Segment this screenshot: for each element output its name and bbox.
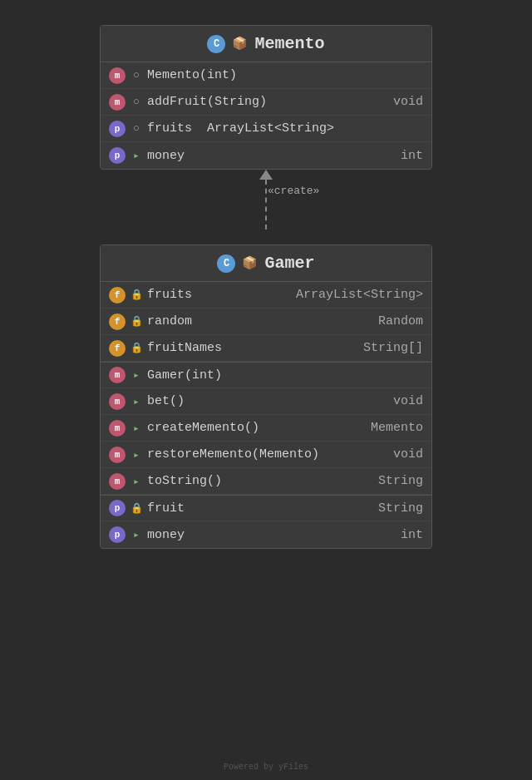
vis-lock-g0: 🔒	[131, 502, 142, 515]
gamer-method-type-4: String	[378, 474, 423, 488]
vis-circle-0: ○	[131, 69, 142, 81]
gamer-method-name-2: createMemento()	[147, 421, 259, 435]
member-name-1: addFruit(String)	[147, 95, 267, 109]
gamer-field-name-2: fruitNames	[147, 341, 222, 355]
badge-m-g3: m	[109, 447, 126, 463]
member-name-3: money	[147, 149, 185, 163]
vis-lock-2: 🔒	[131, 342, 142, 354]
badge-p-g0: p	[109, 500, 126, 516]
memento-member-1: m ○ addFruit(String) void	[101, 89, 431, 116]
arrow-head	[259, 170, 273, 180]
memento-member-2: p ○ fruits ArrayList<String>	[101, 116, 431, 142]
gamer-method-3: m ▸ restoreMemento(Memento) void	[101, 442, 431, 468]
gamer-method-type-3: void	[393, 447, 423, 462]
badge-m-g1: m	[109, 393, 126, 410]
gamer-method-name-4: toString()	[147, 474, 222, 488]
vis-green-0: ▸	[131, 149, 142, 162]
vis-green-g0: ▸	[131, 368, 142, 382]
gamer-field-name-0: fruits	[147, 288, 192, 302]
vis-lock-0: 🔒	[131, 289, 142, 301]
member-type-1: void	[393, 95, 423, 109]
vis-green-g5: ▸	[131, 528, 142, 541]
gamer-field-type-0: ArrayList<String>	[296, 288, 423, 302]
gamer-class-name: Gamer	[264, 254, 314, 273]
gamer-extra-field-1: p ▸ money int	[101, 521, 431, 548]
member-name-2: fruits ArrayList<String>	[147, 121, 334, 136]
gamer-field-0: f 🔒 fruits ArrayList<String>	[101, 282, 431, 309]
memento-member-0: m ○ Memento(int)	[101, 62, 431, 89]
gamer-method-0: m ▸ Gamer(int)	[101, 362, 431, 388]
gamer-pkg-icon: 📦	[242, 255, 258, 271]
vis-lock-1: 🔒	[131, 315, 142, 328]
gamer-class-icon: C	[217, 254, 235, 273]
footer-text: Powered by yFiles	[224, 763, 308, 772]
gamer-field-1: f 🔒 random Random	[101, 309, 431, 335]
gamer-class-header: C 📦 Gamer	[101, 245, 431, 282]
badge-m-g2: m	[109, 420, 126, 437]
member-name-0: Memento(int)	[147, 68, 237, 82]
vis-green-g2: ▸	[131, 422, 142, 435]
vis-circle-1: ○	[131, 96, 142, 108]
gamer-method-name-1: bet()	[147, 394, 185, 408]
gamer-method-type-1: void	[393, 394, 423, 408]
memento-class-icon: C	[207, 35, 225, 53]
gamer-field-type-2: String[]	[363, 341, 423, 355]
badge-m-g4: m	[109, 473, 126, 490]
gamer-field-name-1: random	[147, 314, 192, 328]
vis-green-g1: ▸	[131, 395, 142, 408]
gamer-method-4: m ▸ toString() String	[101, 468, 431, 495]
gamer-field-2: f 🔒 fruitNames String[]	[101, 335, 431, 362]
gamer-extra-name-1: money	[147, 528, 185, 542]
arrow-label: «create»	[268, 185, 319, 197]
gamer-extra-type-1: int	[401, 528, 423, 542]
gamer-extra-type-0: String	[378, 501, 423, 516]
gamer-method-name-0: Gamer(int)	[147, 368, 222, 383]
memento-class-name: Memento	[254, 34, 324, 53]
badge-m-1: m	[109, 94, 126, 111]
badge-m-g0: m	[109, 367, 126, 383]
gamer-method-type-2: Memento	[371, 421, 423, 435]
gamer-method-1: m ▸ bet() void	[101, 388, 431, 415]
footer: Powered by yFiles	[0, 763, 532, 772]
badge-m-0: m	[109, 67, 126, 84]
memento-pkg-icon: 📦	[232, 36, 248, 52]
badge-f-2: f	[109, 340, 126, 357]
member-type-3: int	[401, 149, 423, 163]
badge-f-0: f	[109, 287, 126, 304]
badge-p-1: p	[109, 147, 126, 164]
badge-p-0: p	[109, 121, 126, 137]
badge-f-1: f	[109, 313, 126, 330]
gamer-method-2: m ▸ createMemento() Memento	[101, 415, 431, 442]
vis-green-g4: ▸	[131, 475, 142, 488]
gamer-field-type-1: Random	[378, 314, 423, 328]
gamer-method-name-3: restoreMemento(Memento)	[147, 447, 319, 462]
memento-member-3: p ▸ money int	[101, 142, 431, 169]
create-arrow: «create»	[259, 170, 273, 244]
vis-circle-2: ○	[131, 122, 142, 135]
memento-class-header: C 📦 Memento	[101, 26, 431, 62]
vis-green-g3: ▸	[131, 448, 142, 462]
gamer-extra-name-0: fruit	[147, 501, 185, 516]
gamer-extra-field-0: p 🔒 fruit String	[101, 495, 431, 521]
badge-p-g1: p	[109, 526, 126, 543]
memento-class: C 📦 Memento m ○ Memento(int) m ○ addFrui…	[100, 25, 432, 170]
gamer-class: C 📦 Gamer f 🔒 fruits ArrayList<String> f…	[100, 244, 432, 549]
arrow-line	[265, 180, 267, 230]
